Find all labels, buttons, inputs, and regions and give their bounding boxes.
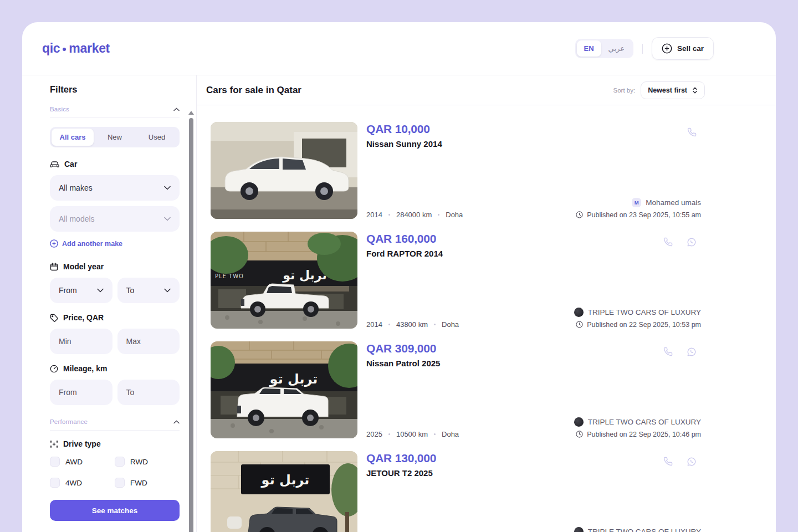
listing-mileage: 284000 km: [396, 211, 432, 219]
price-min-input[interactable]: Min: [50, 329, 112, 354]
checkbox-4wd[interactable]: 4WD: [50, 478, 115, 488]
logo-dot-icon: [63, 48, 66, 51]
drive-type-options: AWD RWD 4WD FWD: [50, 457, 180, 488]
mileage-to-input[interactable]: To: [117, 380, 180, 405]
scroll-up-arrow-icon[interactable]: [188, 111, 194, 115]
listing-body: QAR 130,000 JETOUR T2 2025: [366, 451, 701, 532]
published-text: Published on 22 Sep 2025, 10:46 pm: [587, 431, 701, 438]
listing-year: 2014: [366, 211, 382, 219]
seller-link[interactable]: TRIPLE TWO CARS OF LUXURY: [574, 308, 701, 317]
models-select[interactable]: All models: [50, 206, 180, 232]
published-text: Published on 23 Sep 2025, 10:55 am: [587, 211, 701, 219]
listing-mileage: 10500 km: [396, 430, 428, 438]
phone-icon[interactable]: [687, 127, 697, 137]
checkbox-box[interactable]: [115, 457, 125, 467]
listing-price[interactable]: QAR 309,000: [366, 342, 440, 355]
checkbox-box[interactable]: [50, 478, 60, 488]
checkbox-awd[interactable]: AWD: [50, 457, 115, 467]
add-another-make-button[interactable]: Add another make: [50, 239, 180, 248]
published-line: Published on 23 Sep 2025, 10:55 am: [576, 211, 701, 219]
phone-icon[interactable]: [663, 347, 673, 356]
tab-used[interactable]: Used: [136, 129, 178, 146]
checkbox-rwd[interactable]: RWD: [115, 457, 180, 467]
makes-select[interactable]: All makes: [50, 175, 180, 201]
year-from-select[interactable]: From: [50, 278, 112, 303]
chevron-up-icon: [173, 108, 180, 111]
listing-meta: 2025 10500 km Doha: [366, 429, 459, 438]
scrollbar-thumb[interactable]: [189, 118, 193, 532]
sort-value: Newest first: [648, 86, 687, 94]
models-value: All models: [59, 214, 95, 223]
seller-name: TRIPLE TWO CARS OF LUXURY: [588, 418, 701, 426]
listing-photo[interactable]: [211, 122, 357, 219]
tab-all-cars[interactable]: All cars: [52, 129, 94, 146]
listing-price[interactable]: QAR 130,000: [366, 452, 436, 465]
seller-link[interactable]: M Mohamed umais: [632, 198, 701, 207]
listing-photo[interactable]: تربل تو: [211, 451, 357, 532]
sort-by-label: Sort by:: [613, 87, 636, 94]
listing-title[interactable]: Nissan Sunny 2014: [366, 139, 442, 149]
phone-icon[interactable]: [663, 237, 673, 247]
listing-city: Doha: [442, 430, 459, 438]
price-label: Price, QAR: [63, 313, 104, 322]
seller-avatar: [574, 417, 584, 427]
basics-section-header[interactable]: Basics: [50, 106, 180, 118]
listing-card[interactable]: PLE TWO تربل تو: [211, 232, 701, 329]
basics-label: Basics: [50, 106, 69, 112]
price-tag-icon: [50, 314, 58, 322]
sell-car-label: Sell car: [677, 44, 704, 53]
chevron-down-icon: [97, 288, 104, 293]
mileage-label: Mileage, km: [63, 364, 107, 373]
published-text: Published on 22 Sep 2025, 10:53 pm: [587, 321, 701, 329]
listing-meta: 2014 284000 km Doha: [366, 210, 463, 219]
whatsapp-icon[interactable]: [687, 237, 697, 247]
checkbox-label: RWD: [130, 458, 148, 466]
listing-title[interactable]: Nissan Patrol 2025: [366, 359, 440, 368]
app-card: qic market EN عربي Sell car Filters Basi…: [22, 22, 776, 532]
whatsapp-icon[interactable]: [687, 347, 697, 357]
sidebar-scrollbar[interactable]: [188, 111, 195, 532]
filters-sidebar: Filters Basics All cars New Used Car All…: [22, 75, 197, 532]
listing-price[interactable]: QAR 160,000: [366, 232, 443, 245]
seller-block: M Mohamed umais Published on 23 Sep 2025…: [576, 198, 701, 219]
contact-icons: [663, 452, 701, 467]
tab-new[interactable]: New: [94, 129, 136, 146]
lang-en-button[interactable]: EN: [577, 40, 601, 57]
results-header: Cars for sale in Qatar Sort by: Newest f…: [197, 75, 776, 105]
year-to-select[interactable]: To: [117, 278, 180, 303]
logo[interactable]: qic market: [42, 41, 110, 56]
storefront-sign-text: تربل تو: [269, 371, 318, 387]
seller-link[interactable]: TRIPLE TWO CARS OF LUXURY: [574, 527, 701, 532]
listing-photo[interactable]: PLE TWO تربل تو: [211, 232, 357, 329]
performance-label: Performance: [50, 418, 88, 425]
listing-price[interactable]: QAR 10,000: [366, 122, 442, 136]
checkbox-fwd[interactable]: FWD: [115, 478, 180, 488]
lang-ar-button[interactable]: عربي: [601, 40, 632, 57]
performance-section-header[interactable]: Performance: [50, 418, 180, 431]
listings-list: QAR 10,000 Nissan Sunny 2014 2014 284000…: [197, 105, 776, 532]
filters-title: Filters: [22, 75, 196, 100]
sell-car-button[interactable]: Sell car: [652, 37, 714, 60]
drive-type-field-label: Drive type: [50, 439, 180, 448]
model-year-range: From To: [50, 278, 180, 303]
checkbox-box[interactable]: [50, 457, 60, 467]
seller-avatar: [574, 308, 584, 317]
car-icon: [50, 160, 59, 168]
listing-title[interactable]: Ford RAPTOR 2014: [366, 249, 443, 258]
listing-card[interactable]: تربل تو: [211, 341, 701, 438]
phone-icon[interactable]: [663, 457, 673, 466]
see-matches-button[interactable]: See matches: [50, 500, 180, 521]
whatsapp-icon[interactable]: [687, 457, 697, 467]
listing-card[interactable]: تربل تو: [211, 451, 701, 532]
checkbox-box[interactable]: [115, 478, 125, 488]
listing-card[interactable]: QAR 10,000 Nissan Sunny 2014 2014 284000…: [211, 122, 701, 219]
seller-link[interactable]: TRIPLE TWO CARS OF LUXURY: [574, 417, 701, 427]
listing-title[interactable]: JETOUR T2 2025: [366, 468, 436, 478]
mileage-from-input[interactable]: From: [50, 380, 112, 405]
listing-photo[interactable]: تربل تو: [211, 341, 357, 438]
sort-select[interactable]: Newest first: [641, 81, 705, 99]
model-year-field-label: Model year: [50, 262, 180, 271]
published-line: Published on 22 Sep 2025, 10:46 pm: [576, 430, 701, 438]
price-max-input[interactable]: Max: [117, 329, 180, 354]
listing-year: 2014: [366, 320, 382, 329]
